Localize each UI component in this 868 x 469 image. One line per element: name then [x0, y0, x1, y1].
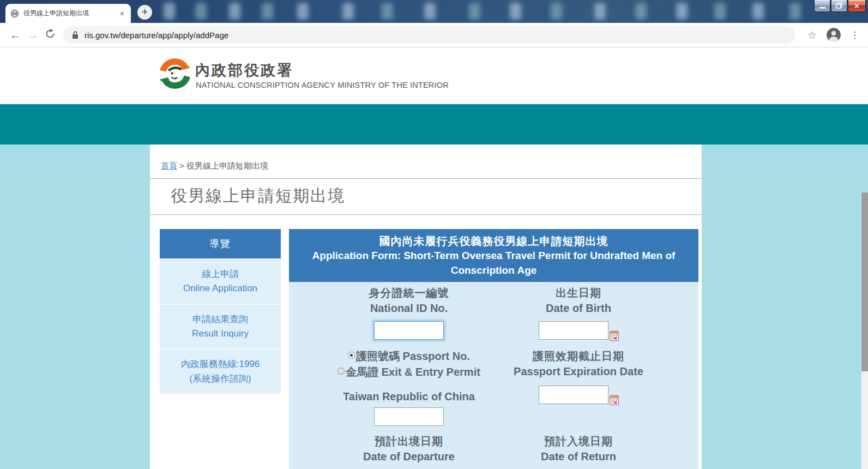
- passport-no-option[interactable]: 護照號碼 Passport No.: [324, 348, 494, 364]
- breadcrumb-current: 役男線上申請短期出境: [186, 161, 268, 170]
- breadcrumb-home-link[interactable]: 首頁: [161, 161, 177, 170]
- page-body: 導覽 線上申請 Online Application 申請結果查詢 Result…: [150, 215, 702, 469]
- document-type-group: 護照號碼 Passport No. 金馬證 Exit & Entry Permi…: [324, 348, 494, 380]
- url-text: ris.gov.tw/departure/app/apply/addPage: [85, 31, 228, 40]
- window-controls: ×: [813, 0, 866, 12]
- agency-name-zh: 內政部役政署: [195, 61, 293, 80]
- lock-icon[interactable]: [72, 31, 79, 39]
- close-icon: ×: [854, 2, 859, 10]
- globe-favicon-icon: [10, 9, 19, 18]
- national-id-label: 身分證統一編號 National ID No.: [324, 285, 494, 316]
- bookmark-star-icon[interactable]: ☆: [807, 29, 817, 41]
- browser-tab[interactable]: 役男線上申請短期出境 ×: [5, 4, 131, 23]
- form-title-zh: 國內尚未履行兵役義務役男線上申請短期出境: [305, 233, 682, 249]
- form-header: 國內尚未履行兵役義務役男線上申請短期出境 Application Form: S…: [289, 229, 698, 282]
- passport-expiry-label: 護照效期截止日期 Passport Expiration Date: [494, 348, 664, 380]
- tab-title: 役男線上申請短期出境: [23, 9, 118, 18]
- sidebar-item-result-inquiry[interactable]: 申請結果查詢 Result Inquiry: [160, 304, 281, 349]
- exit-entry-permit-radio[interactable]: [337, 368, 345, 375]
- browser-toolbar: ← → ris.gov.tw/departure/app/apply/addPa…: [0, 23, 868, 47]
- tab-close-icon[interactable]: ×: [118, 9, 126, 18]
- back-icon[interactable]: ←: [7, 29, 24, 41]
- window-restore-button[interactable]: [831, 0, 847, 12]
- window-titlebar: 役男線上申請短期出境 × + ×: [0, 0, 868, 23]
- reload-icon[interactable]: [41, 29, 59, 41]
- new-tab-button[interactable]: +: [137, 5, 152, 20]
- return-date-label: 預計入境日期 Date of Return: [494, 434, 664, 464]
- passport-number-input[interactable]: [374, 407, 444, 426]
- forward-icon[interactable]: →: [24, 29, 41, 41]
- form-title-en: Application Form: Short-Term Oversea Tra…: [305, 249, 682, 278]
- application-form: 國內尚未履行兵役義務役男線上申請短期出境 Application Form: S…: [289, 229, 698, 469]
- address-bar[interactable]: ris.gov.tw/departure/app/apply/addPage: [63, 26, 795, 44]
- window-minimize-button[interactable]: [814, 0, 830, 12]
- sidebar-header: 導覽: [160, 229, 281, 258]
- passport-expiry-calendar-icon[interactable]: [610, 395, 619, 405]
- page-title: 役男線上申請短期出境: [150, 179, 702, 215]
- passport-no-radio[interactable]: [348, 352, 355, 359]
- passport-expiry-input[interactable]: [539, 386, 608, 404]
- profile-avatar[interactable]: [827, 28, 841, 42]
- content-column: 首頁 > 役男線上申請短期出境 役男線上申請短期出境 導覽 線上申請 Onlin…: [150, 145, 702, 469]
- birth-date-calendar-icon[interactable]: [610, 330, 619, 341]
- restore-icon: [836, 3, 842, 9]
- sidebar-nav: 導覽 線上申請 Online Application 申請結果查詢 Result…: [160, 229, 281, 469]
- breadcrumb-separator: >: [179, 161, 184, 170]
- exit-entry-permit-option[interactable]: 金馬證 Exit & Entry Permit: [324, 364, 494, 380]
- teal-nav-band: [0, 104, 868, 145]
- issuer-text: Taiwan Republic of China: [324, 386, 494, 404]
- sidebar-item-hotline[interactable]: 內政服務熱線:1996 (系統操作諮詢): [160, 348, 281, 394]
- window-close-button[interactable]: ×: [848, 0, 866, 12]
- browser-menu-icon[interactable]: ⋮: [850, 29, 859, 41]
- departure-date-label: 預計出境日期 Date of Departure: [324, 434, 494, 464]
- sidebar-item-online-application[interactable]: 線上申請 Online Application: [160, 258, 281, 304]
- form-body: 身分證統一編號 National ID No. 出生日期 Date of Bir…: [289, 282, 698, 469]
- main-area: 首頁 > 役男線上申請短期出境 役男線上申請短期出境 導覽 線上申請 Onlin…: [0, 145, 868, 468]
- scrollbar-thumb[interactable]: [861, 193, 868, 371]
- breadcrumb: 首頁 > 役男線上申請短期出境: [150, 145, 702, 179]
- agency-logo[interactable]: [158, 57, 192, 93]
- minimize-icon: [819, 7, 825, 9]
- site-header: 內政部役政署 NATIONAL CONSCRIPTION AGENCY MINI…: [0, 47, 868, 104]
- national-id-input[interactable]: [374, 321, 444, 340]
- page-scrollbar[interactable]: [861, 193, 868, 469]
- birth-date-label: 出生日期 Date of Birth: [494, 285, 664, 316]
- agency-name-en: NATIONAL CONSCRIPTION AGENCY MINISTRY OF…: [196, 81, 449, 89]
- birth-date-input[interactable]: [539, 321, 608, 340]
